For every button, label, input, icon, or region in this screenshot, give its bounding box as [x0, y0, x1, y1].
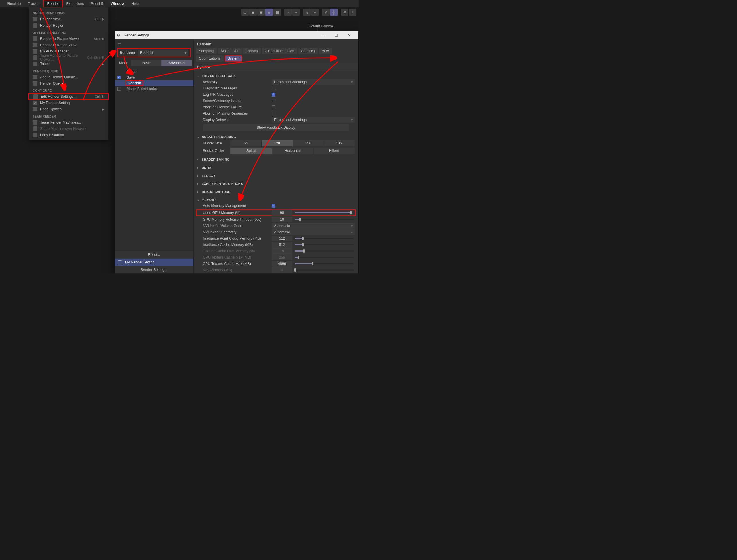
tree-checkbox[interactable] — [117, 76, 121, 79]
ctx-item[interactable]: Takes▶ — [29, 61, 108, 67]
number-input[interactable]: 10 — [272, 217, 292, 222]
checkbox[interactable] — [272, 93, 275, 97]
section-header[interactable]: ⌄MEMORY — [196, 197, 356, 203]
segment-option[interactable]: Hilbert — [313, 148, 355, 154]
ctx-item[interactable]: Lens Distortion — [29, 132, 108, 138]
segment-option[interactable]: Spiral — [230, 148, 272, 154]
checkbox[interactable] — [272, 105, 275, 109]
minimize-button[interactable]: — — [316, 33, 330, 38]
close-button[interactable]: ✕ — [343, 33, 356, 38]
window-titlebar[interactable]: ⚙ Render Settings — ☐ ✕ — [115, 31, 358, 39]
dots-icon[interactable]: ⋮ — [349, 9, 356, 16]
slider[interactable] — [295, 244, 354, 245]
tab-motion-blur[interactable]: Motion Blur — [218, 48, 242, 54]
section-header[interactable]: ›LEGACY — [196, 173, 356, 179]
tab-sampling[interactable]: Sampling — [196, 48, 217, 54]
hamburger-icon[interactable]: ☰ — [115, 39, 193, 48]
tab-optimizations[interactable]: Optimizations — [196, 55, 224, 62]
ctx-item[interactable]: Render to Picture ViewerShift+R — [29, 36, 108, 42]
menu-window[interactable]: Window — [107, 0, 128, 7]
checkbox[interactable] — [272, 204, 275, 208]
grid-icon[interactable]: ▪ — [292, 9, 300, 16]
slider[interactable] — [295, 263, 354, 264]
menu-tracker[interactable]: Tracker — [24, 0, 43, 7]
magnet-icon[interactable]: ∩ — [303, 9, 311, 16]
hash-icon[interactable]: # — [322, 9, 330, 16]
ctx-item[interactable]: Add to Render Queue... — [29, 74, 108, 80]
circle-icon[interactable]: ◎ — [341, 9, 348, 16]
section-header[interactable]: ⌄BUCKET RENDERING — [196, 134, 356, 140]
ctx-item[interactable]: Render to RenderView — [29, 42, 108, 48]
ctx-item[interactable]: Share Machine over Network — [29, 126, 108, 132]
current-render-setting[interactable]: My Render Setting — [115, 259, 193, 266]
action-button[interactable]: Show Feedback Display — [203, 124, 349, 131]
slider[interactable] — [295, 219, 354, 220]
maximize-button[interactable]: ☐ — [330, 33, 343, 38]
number-input[interactable]: 15 — [272, 248, 292, 254]
tab-system[interactable]: System — [225, 55, 242, 62]
section-header[interactable]: ⌄LOG AND FEEDBACK — [196, 73, 356, 79]
dropdown[interactable]: Errors and Warnings — [272, 117, 355, 123]
axis-icon[interactable]: └ — [284, 9, 292, 16]
segment-option[interactable]: Horizontal — [272, 148, 313, 154]
ctx-item[interactable]: My Render Setting — [29, 100, 108, 106]
render-setting-button[interactable]: Render Setting... — [115, 266, 193, 273]
slider[interactable] — [295, 212, 353, 213]
number-input[interactable]: 90 — [272, 210, 292, 216]
menu-simulate[interactable]: Simulate — [3, 0, 24, 7]
number-input[interactable]: 512 — [272, 242, 292, 248]
number-input[interactable]: 512 — [272, 236, 292, 241]
tab-caustics[interactable]: Caustics — [298, 48, 318, 54]
ctx-item[interactable]: Team Render to Picture Viewer...Ctrl+Shi… — [29, 54, 108, 61]
ctx-item[interactable]: Render Region — [29, 22, 108, 29]
dropdown[interactable]: Errors and Warnings — [272, 79, 355, 85]
tab-globals[interactable]: Globals — [243, 48, 260, 54]
number-input[interactable]: 0 — [272, 267, 292, 273]
section-header[interactable]: ›DEBUG CAPTURE — [196, 189, 356, 195]
menu-redshift[interactable]: Redshift — [87, 0, 107, 7]
ctx-item[interactable]: Node Spaces▶ — [29, 106, 108, 112]
segment-option[interactable]: 128 — [262, 140, 293, 146]
mode-basic[interactable]: Basic — [131, 60, 161, 66]
checkbox[interactable] — [272, 112, 275, 115]
number-input[interactable]: 256 — [272, 254, 292, 260]
slider[interactable] — [295, 238, 354, 239]
renderer-dropdown[interactable]: Redshift — [138, 50, 188, 56]
ctx-item[interactable]: Team Render Machines... — [29, 119, 108, 126]
checkbox[interactable] — [272, 99, 275, 103]
snap-icon[interactable]: ╬ — [330, 9, 338, 16]
tree-checkbox[interactable] — [117, 87, 121, 91]
gear-icon[interactable]: ✲ — [311, 9, 319, 16]
tab-aov[interactable]: AOV — [319, 48, 332, 54]
cube-hl-icon[interactable]: ◈ — [265, 9, 273, 16]
cube3-icon[interactable]: ▦ — [273, 9, 281, 16]
slider[interactable] — [295, 269, 354, 271]
cubes-icon[interactable]: ▣ — [257, 9, 265, 16]
segment-option[interactable]: 512 — [324, 140, 355, 146]
menu-extensions[interactable]: Extensions — [63, 0, 87, 7]
effect-button[interactable]: Effect... — [115, 251, 193, 259]
dropdown[interactable]: Automatic — [272, 223, 355, 229]
tree-item[interactable]: Output — [115, 69, 193, 75]
dropdown[interactable]: Automatic — [272, 229, 355, 235]
tab-global-illumination[interactable]: Global Illumination — [262, 48, 297, 54]
checkbox[interactable] — [272, 87, 275, 90]
menu-render[interactable]: Render — [43, 0, 63, 8]
section-header[interactable]: ›EXPERIMENTAL OPTIONS — [196, 181, 356, 187]
tree-item[interactable]: Save — [115, 75, 193, 80]
segment-option[interactable]: 64 — [230, 140, 262, 146]
slider[interactable] — [295, 250, 354, 252]
ctx-item[interactable]: Render ViewCtrl+R — [29, 16, 108, 22]
section-header[interactable]: ›SHADER BAKING — [196, 157, 356, 162]
cube2-icon[interactable]: ◆ — [249, 9, 257, 16]
tree-item[interactable]: Redshift — [115, 80, 193, 86]
slider[interactable] — [295, 257, 354, 258]
menu-help[interactable]: Help — [128, 0, 142, 7]
mode-advanced[interactable]: Advanced — [161, 60, 192, 66]
cube-icon[interactable]: ◇ — [241, 9, 249, 16]
number-input[interactable]: 4096 — [272, 261, 292, 267]
segment-option[interactable]: 256 — [293, 140, 324, 146]
ctx-item[interactable]: Edit Render Settings...Ctrl+B — [28, 93, 109, 100]
section-header[interactable]: ›UNITS — [196, 165, 356, 171]
tree-item[interactable]: Magic Bullet Looks — [115, 86, 193, 92]
